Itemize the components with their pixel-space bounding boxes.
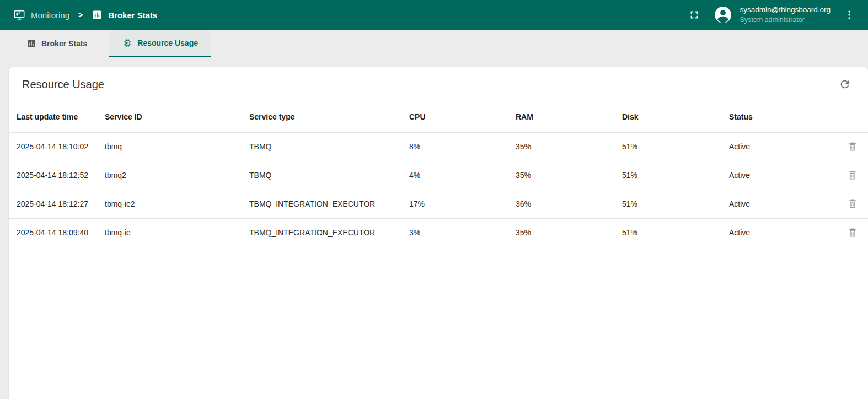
cell-service-type: TBMQ bbox=[249, 161, 409, 190]
breadcrumb-item-broker-stats: Broker Stats bbox=[92, 9, 157, 20]
cell-cpu: 4% bbox=[409, 161, 516, 190]
column-header-ram: RAM bbox=[516, 101, 622, 132]
table-row[interactable]: 2025-04-14 18:12:27 tbmq-ie2 TBMQ_INTEGR… bbox=[9, 190, 868, 218]
cell-cpu: 8% bbox=[409, 132, 516, 161]
delete-icon bbox=[847, 198, 858, 209]
table-header: Last update time Service ID Service type… bbox=[9, 101, 868, 132]
resource-usage-panel: Resource Usage Last update time Service … bbox=[9, 67, 868, 399]
cell-cpu: 17% bbox=[409, 190, 516, 218]
cell-disk: 51% bbox=[622, 218, 729, 247]
table-body: 2025-04-14 18:10:02 tbmq TBMQ 8% 35% 51%… bbox=[9, 132, 868, 247]
user-role: System administrator bbox=[740, 15, 831, 25]
resource-usage-table: Last update time Service ID Service type… bbox=[9, 101, 868, 247]
cell-service-id: tbmq-ie bbox=[105, 218, 249, 247]
cell-disk: 51% bbox=[622, 161, 729, 190]
user-info: sysadmin@thingsboard.org System administ… bbox=[740, 5, 831, 24]
cell-service-type: TBMQ_INTEGRATION_EXECUTOR bbox=[249, 218, 409, 247]
fullscreen-icon bbox=[688, 9, 700, 21]
fullscreen-button[interactable] bbox=[683, 4, 705, 26]
tab-bar: Broker Stats Resource Usage bbox=[0, 30, 868, 57]
delete-button[interactable] bbox=[843, 137, 862, 157]
cell-ram: 35% bbox=[516, 161, 622, 190]
column-header-service-type: Service type bbox=[249, 101, 409, 132]
more-vert-icon bbox=[844, 9, 855, 20]
table-row[interactable]: 2025-04-14 18:10:02 tbmq TBMQ 8% 35% 51%… bbox=[9, 132, 868, 161]
cell-ram: 35% bbox=[516, 132, 622, 161]
cell-status: Active bbox=[729, 218, 837, 247]
tab-label: Broker Stats bbox=[41, 39, 87, 48]
cell-ram: 36% bbox=[516, 190, 622, 218]
refresh-button[interactable] bbox=[834, 73, 856, 95]
cell-status: Active bbox=[729, 190, 837, 218]
delete-icon bbox=[847, 141, 858, 152]
breadcrumb: Monitoring > Broker Stats bbox=[13, 9, 157, 21]
cell-service-id: tbmq bbox=[105, 132, 249, 161]
delete-button[interactable] bbox=[843, 165, 862, 185]
cell-cpu: 3% bbox=[409, 218, 516, 247]
account-circle-icon bbox=[713, 5, 733, 25]
cell-ram: 35% bbox=[516, 218, 622, 247]
cell-service-id: tbmq-ie2 bbox=[105, 190, 249, 218]
tab-label: Resource Usage bbox=[137, 39, 198, 47]
panel-header: Resource Usage bbox=[9, 67, 868, 101]
column-header-actions bbox=[837, 101, 868, 132]
cell-last-update-time: 2025-04-14 18:12:52 bbox=[9, 161, 105, 190]
cell-last-update-time: 2025-04-14 18:12:27 bbox=[9, 190, 105, 218]
delete-button[interactable] bbox=[843, 223, 862, 242]
tab-resource-usage[interactable]: Resource Usage bbox=[109, 30, 211, 57]
bar-chart-icon bbox=[92, 9, 103, 20]
cell-disk: 51% bbox=[622, 132, 729, 161]
cell-status: Active bbox=[729, 161, 837, 190]
delete-icon bbox=[847, 170, 858, 181]
delete-button[interactable] bbox=[843, 194, 862, 214]
refresh-icon bbox=[839, 78, 851, 90]
page-title: Resource Usage bbox=[22, 78, 104, 91]
column-header-disk: Disk bbox=[622, 101, 729, 132]
monitor-icon bbox=[13, 9, 25, 21]
delete-icon bbox=[847, 227, 858, 238]
cell-status: Active bbox=[729, 132, 837, 161]
cell-disk: 51% bbox=[622, 190, 729, 218]
bar-chart-icon bbox=[26, 39, 36, 48]
cell-service-id: tbmq2 bbox=[105, 161, 249, 190]
breadcrumb-separator: > bbox=[75, 10, 86, 19]
user-email: sysadmin@thingsboard.org bbox=[740, 5, 831, 15]
column-header-service-id: Service ID bbox=[105, 101, 249, 132]
cell-last-update-time: 2025-04-14 18:10:02 bbox=[9, 132, 105, 161]
cell-service-type: TBMQ bbox=[249, 132, 409, 161]
column-header-status: Status bbox=[729, 101, 837, 132]
breadcrumb-item-monitoring[interactable]: Monitoring bbox=[13, 9, 69, 21]
cell-last-update-time: 2025-04-14 18:09:40 bbox=[9, 218, 105, 247]
breadcrumb-label: Broker Stats bbox=[108, 10, 157, 20]
chip-icon bbox=[122, 38, 132, 48]
cell-service-type: TBMQ_INTEGRATION_EXECUTOR bbox=[249, 190, 409, 218]
table-row[interactable]: 2025-04-14 18:09:40 tbmq-ie TBMQ_INTEGRA… bbox=[9, 218, 868, 247]
table-row[interactable]: 2025-04-14 18:12:52 tbmq2 TBMQ 4% 35% 51… bbox=[9, 161, 868, 190]
breadcrumb-label: Monitoring bbox=[31, 10, 69, 20]
top-app-bar: Monitoring > Broker Stats bbox=[0, 0, 868, 30]
appbar-actions: sysadmin@thingsboard.org System administ… bbox=[683, 4, 860, 26]
user-menu[interactable]: sysadmin@thingsboard.org System administ… bbox=[713, 5, 831, 25]
column-header-last-update-time: Last update time bbox=[9, 101, 105, 132]
more-menu-button[interactable] bbox=[838, 4, 860, 26]
column-header-cpu: CPU bbox=[409, 101, 516, 132]
tab-broker-stats[interactable]: Broker Stats bbox=[13, 30, 100, 57]
